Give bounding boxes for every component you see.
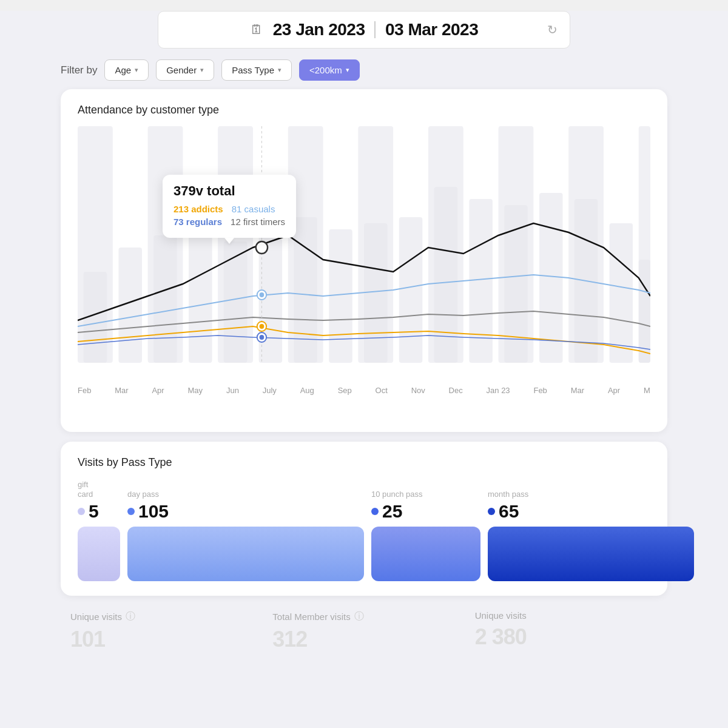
- x-label-apr: Apr: [152, 386, 164, 395]
- tooltip-arrow: [224, 238, 234, 244]
- pass-dot-gift: [78, 508, 85, 515]
- pass-bar-gift: [78, 527, 120, 581]
- pass-col-day: day pass 105: [127, 490, 364, 582]
- refresh-icon[interactable]: ↻: [547, 22, 558, 37]
- stat-label-unique2: Unique visits: [475, 610, 658, 621]
- x-label-jun: Jun: [226, 386, 239, 395]
- chevron-down-icon: ▾: [135, 66, 138, 74]
- pass-count-row-gift: 5: [78, 501, 99, 522]
- stat-label-member: Total Member visits ⓘ: [272, 610, 455, 623]
- stat-value-unique: 101: [70, 627, 253, 652]
- svg-rect-18: [399, 217, 423, 363]
- pass-bar-punch: [371, 527, 480, 581]
- chevron-down-icon: ▾: [200, 66, 204, 74]
- svg-point-30: [260, 292, 265, 297]
- svg-point-32: [260, 324, 265, 329]
- pass-count-row-punch: 25: [371, 501, 402, 522]
- pass-label-day: day pass: [127, 490, 159, 499]
- x-label-sep: Sep: [338, 386, 352, 395]
- tooltip-casuals: 81 casuals: [232, 204, 275, 214]
- svg-rect-12: [189, 223, 212, 363]
- x-label-m: M: [644, 386, 650, 395]
- chevron-down-icon: ▾: [346, 66, 349, 74]
- pass-dot-punch: [371, 508, 379, 515]
- x-label-aug: Aug: [300, 386, 314, 395]
- x-label-oct: Oct: [376, 386, 388, 395]
- svg-rect-11: [153, 235, 177, 363]
- start-date[interactable]: 23 Jan 2023: [273, 20, 365, 39]
- attendance-card: Attendance by customer type 379v total 2…: [61, 89, 667, 432]
- tooltip-row-1: 213 addicts 81 casuals: [174, 204, 285, 214]
- x-label-feb2: Feb: [533, 386, 547, 395]
- tooltip-regulars: 73 regulars: [174, 217, 222, 227]
- chevron-down-icon: ▾: [278, 66, 281, 74]
- svg-rect-17: [364, 223, 388, 363]
- filter-distance-button[interactable]: <200km ▾: [299, 59, 360, 81]
- date-divider: [374, 21, 376, 38]
- stat-value-unique2: 2 380: [475, 624, 658, 650]
- stat-col-unique2: Unique visits 2 380: [465, 610, 667, 652]
- pass-col-punch: 10 punch pass 25: [371, 490, 480, 582]
- x-label-mar: Mar: [115, 386, 128, 395]
- x-label-july: July: [263, 386, 277, 395]
- info-icon-2[interactable]: ⓘ: [354, 610, 364, 623]
- stat-value-member: 312: [272, 627, 455, 652]
- filter-passtype-button[interactable]: Pass Type ▾: [221, 59, 292, 81]
- tooltip-firsttimers: 12 first timers: [231, 217, 285, 227]
- end-date[interactable]: 03 Mar 2023: [385, 20, 478, 39]
- pass-dot-day: [127, 508, 135, 515]
- pass-bar-day: [127, 527, 364, 581]
- stat-col-member: Total Member visits ⓘ 312: [263, 610, 465, 652]
- chart-tooltip: 379v total 213 addicts 81 casuals 73 reg…: [163, 175, 296, 238]
- filter-gender-button[interactable]: Gender ▾: [156, 59, 214, 81]
- filter-age-button[interactable]: Age ▾: [104, 59, 149, 81]
- tooltip-row-2: 73 regulars 12 first timers: [174, 217, 285, 227]
- x-label-may: May: [188, 386, 203, 395]
- pass-count-month: 65: [499, 501, 519, 522]
- pass-label-punch: 10 punch pass: [371, 490, 423, 499]
- pass-count-punch: 25: [382, 501, 402, 522]
- visits-card: Visits by Pass Type gift card 5 day pass…: [61, 442, 667, 596]
- attendance-title: Attendance by customer type: [78, 104, 650, 116]
- pass-grid: gift card 5 day pass 105 10 punch pass: [78, 480, 650, 581]
- visits-title: Visits by Pass Type: [78, 456, 650, 469]
- stat-label-unique: Unique visits ⓘ: [70, 610, 253, 623]
- svg-point-28: [259, 244, 265, 251]
- svg-rect-13: [224, 241, 248, 363]
- pass-label-gift: gift card: [78, 480, 93, 499]
- pass-count-row-day: 105: [127, 501, 169, 522]
- pass-count-row-month: 65: [488, 501, 519, 522]
- calendar-icon: 🗓: [250, 22, 263, 38]
- filter-label: Filter by: [61, 64, 97, 76]
- filter-row: Filter by Age ▾ Gender ▾ Pass Type ▾ <20…: [0, 49, 728, 89]
- pass-count-day: 105: [138, 501, 169, 522]
- x-label-jan23: Jan 23: [487, 386, 510, 395]
- x-label-dec: Dec: [449, 386, 463, 395]
- pass-col-gift: gift card 5: [78, 480, 120, 581]
- pass-dot-month: [488, 508, 495, 515]
- x-label-mar2: Mar: [571, 386, 584, 395]
- svg-rect-15: [294, 217, 317, 363]
- svg-rect-25: [639, 260, 650, 363]
- tooltip-addicts: 213 addicts: [174, 204, 223, 214]
- pass-bar-month: [488, 527, 694, 581]
- x-axis-labels: Feb Mar Apr May Jun July Aug Sep Oct Nov…: [78, 383, 650, 395]
- svg-rect-24: [610, 223, 633, 363]
- date-range-bar: 🗓 23 Jan 2023 03 Mar 2023 ↻: [158, 11, 570, 49]
- svg-rect-22: [539, 193, 563, 363]
- svg-rect-16: [329, 229, 352, 363]
- attendance-svg-chart: [78, 126, 650, 381]
- info-icon-1[interactable]: ⓘ: [126, 610, 135, 623]
- x-label-feb: Feb: [78, 386, 91, 395]
- svg-point-34: [260, 335, 265, 340]
- tooltip-total: 379v total: [174, 183, 285, 199]
- x-label-apr2: Apr: [608, 386, 620, 395]
- pass-col-month: month pass 65: [488, 490, 694, 582]
- stats-row: Unique visits ⓘ 101 Total Member visits …: [0, 596, 728, 652]
- attendance-chart-area: 379v total 213 addicts 81 casuals 73 reg…: [78, 126, 650, 417]
- pass-count-gift: 5: [89, 501, 99, 522]
- x-label-nov: Nov: [411, 386, 425, 395]
- stat-col-unique: Unique visits ⓘ 101: [61, 610, 263, 652]
- pass-label-month: month pass: [488, 490, 528, 499]
